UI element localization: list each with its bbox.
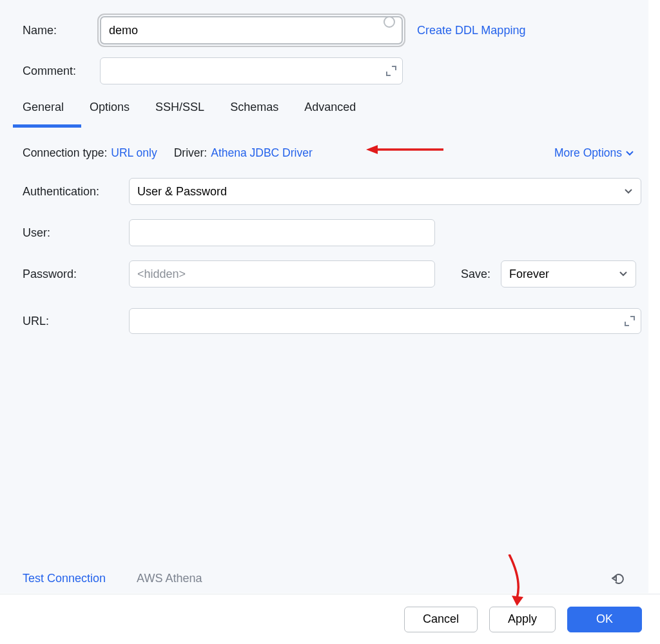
- tab-options[interactable]: Options: [90, 101, 130, 119]
- tab-ssh-ssl[interactable]: SSH/SSL: [155, 101, 204, 119]
- password-row: Password: Save:: [23, 260, 648, 288]
- more-options-label: More Options: [554, 146, 622, 160]
- svg-marker-1: [366, 145, 378, 154]
- authentication-label: Authentication:: [23, 185, 129, 199]
- user-input[interactable]: [129, 219, 435, 246]
- tabs: General Options SSH/SSL Schemas Advanced: [23, 101, 648, 119]
- dialog-footer: Cancel Apply OK: [0, 594, 660, 644]
- main-panel: Name: Create DDL Mapping Comment: Genera…: [0, 0, 648, 593]
- url-label: URL:: [23, 315, 129, 328]
- authentication-select[interactable]: [129, 178, 641, 205]
- comment-row: Comment:: [23, 57, 648, 84]
- password-input[interactable]: [129, 260, 435, 288]
- driver-name-label: AWS Athena: [137, 572, 202, 585]
- name-input-wrap: [100, 16, 403, 44]
- bottom-bar: Test Connection AWS Athena: [23, 572, 626, 585]
- tab-general[interactable]: General: [23, 101, 64, 119]
- tab-schemas[interactable]: Schemas: [230, 101, 278, 119]
- user-row: User:: [23, 219, 648, 246]
- authentication-row: Authentication:: [23, 178, 648, 205]
- name-status-icon: [383, 16, 395, 28]
- name-input[interactable]: [100, 16, 403, 44]
- connection-type-label: Connection type:: [23, 146, 107, 160]
- save-select[interactable]: [501, 260, 636, 288]
- comment-input[interactable]: [100, 57, 403, 84]
- cancel-button[interactable]: Cancel: [404, 607, 478, 632]
- tab-advanced[interactable]: Advanced: [304, 101, 356, 119]
- comment-label: Comment:: [23, 64, 100, 78]
- name-label: Name:: [23, 24, 100, 37]
- driver-label: Driver:: [174, 146, 208, 160]
- ok-button[interactable]: OK: [567, 607, 642, 632]
- save-label: Save:: [461, 268, 501, 281]
- more-options-link[interactable]: More Options: [554, 146, 634, 160]
- chevron-down-icon: [626, 150, 634, 157]
- save-select-wrap: [501, 260, 636, 288]
- url-input[interactable]: [129, 308, 641, 334]
- revert-icon[interactable]: [612, 572, 626, 586]
- name-row: Name: Create DDL Mapping: [23, 16, 648, 44]
- user-label: User:: [23, 226, 129, 240]
- tab-active-underline: [13, 124, 81, 128]
- connection-type-value[interactable]: URL only: [111, 146, 157, 160]
- driver-value[interactable]: Athena JDBC Driver: [211, 146, 313, 160]
- comment-input-wrap: [100, 57, 403, 84]
- connection-sub-header: Connection type: URL only Driver: Athena…: [23, 146, 648, 160]
- test-connection-link[interactable]: Test Connection: [23, 572, 106, 585]
- right-edge-gutter: [648, 0, 660, 593]
- apply-button[interactable]: Apply: [489, 607, 556, 632]
- password-label: Password:: [23, 268, 129, 281]
- authentication-select-wrap: [129, 178, 641, 205]
- top-rows: Name: Create DDL Mapping Comment: Genera…: [23, 0, 648, 334]
- url-input-wrap: [129, 308, 641, 334]
- annotation-arrow-driver: [366, 143, 443, 156]
- url-row: URL:: [23, 308, 648, 334]
- create-ddl-mapping-link[interactable]: Create DDL Mapping: [417, 24, 525, 37]
